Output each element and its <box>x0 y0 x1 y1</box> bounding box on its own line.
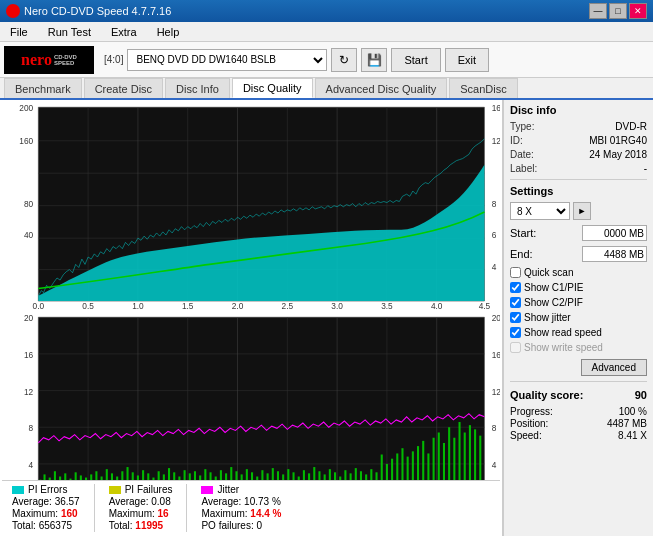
tab-benchmark[interactable]: Benchmark <box>4 78 82 98</box>
tab-create-disc[interactable]: Create Disc <box>84 78 163 98</box>
svg-rect-81 <box>178 476 180 480</box>
menu-file[interactable]: File <box>4 24 34 40</box>
svg-text:12: 12 <box>492 386 500 396</box>
svg-rect-114 <box>350 473 352 480</box>
show-jitter-checkbox[interactable] <box>510 312 521 323</box>
close-button[interactable]: ✕ <box>629 3 647 19</box>
svg-rect-132 <box>443 442 445 480</box>
svg-rect-77 <box>158 471 160 480</box>
svg-text:40: 40 <box>24 230 34 240</box>
svg-rect-78 <box>163 474 165 480</box>
position-row: Position: 4487 MB <box>510 418 647 429</box>
label-label: Label: <box>510 163 537 174</box>
tab-advanced-disc-quality[interactable]: Advanced Disc Quality <box>315 78 448 98</box>
menu-run-test[interactable]: Run Test <box>42 24 97 40</box>
advanced-button[interactable]: Advanced <box>581 359 647 376</box>
tab-scan-disc[interactable]: ScanDisc <box>449 78 517 98</box>
svg-text:20: 20 <box>492 313 500 323</box>
pi-avg-value: 36.57 <box>55 496 80 507</box>
tab-disc-quality[interactable]: Disc Quality <box>232 78 313 98</box>
svg-rect-134 <box>453 437 455 480</box>
chart-area: 200 160 80 40 16 12 8 6 4 0.0 0.5 1.0 <box>0 100 503 536</box>
svg-rect-135 <box>459 422 461 480</box>
window-title: Nero CD-DVD Speed 4.7.7.16 <box>24 5 171 17</box>
minimize-button[interactable]: — <box>589 3 607 19</box>
svg-rect-111 <box>334 472 336 480</box>
svg-text:1.5: 1.5 <box>182 301 194 311</box>
show-jitter-row: Show jitter <box>510 312 647 323</box>
pi-total-value: 656375 <box>39 520 72 531</box>
svg-rect-109 <box>324 474 326 480</box>
label-row: Label: - <box>510 163 647 174</box>
progress-value: 100 % <box>619 406 647 417</box>
svg-rect-85 <box>199 475 201 480</box>
svg-rect-89 <box>220 470 222 480</box>
settings-title: Settings <box>510 185 647 197</box>
type-row: Type: DVD-R <box>510 121 647 132</box>
drive-select[interactable]: BENQ DVD DD DW1640 BSLB <box>127 49 327 71</box>
start-button[interactable]: Start <box>391 48 440 72</box>
id-label: ID: <box>510 135 523 146</box>
bottom-chart: 20 16 12 8 4 20 16 12 8 4 0.0 0.5 1. <box>2 312 500 481</box>
show-write-speed-checkbox[interactable] <box>510 342 521 353</box>
svg-rect-107 <box>313 467 315 480</box>
svg-text:200: 200 <box>19 103 33 113</box>
save-icon[interactable]: 💾 <box>361 48 387 72</box>
position-label: Position: <box>510 418 548 429</box>
progress-label: Progress: <box>510 406 553 417</box>
pi-errors-group: PI Errors Average: 36.57 Maximum: 160 To… <box>6 484 86 531</box>
jitter-color <box>201 486 213 494</box>
svg-text:4: 4 <box>492 262 497 272</box>
refresh-icon[interactable]: ↻ <box>331 48 357 72</box>
jitter-max-label: Maximum: <box>201 508 247 519</box>
svg-rect-57 <box>54 471 56 480</box>
menu-extra[interactable]: Extra <box>105 24 143 40</box>
svg-text:2.0: 2.0 <box>232 301 244 311</box>
speed-row: 8 X ► <box>510 202 647 220</box>
svg-text:4: 4 <box>492 460 497 470</box>
start-input[interactable] <box>582 225 647 241</box>
svg-rect-101 <box>282 474 284 480</box>
svg-text:80: 80 <box>24 199 34 209</box>
svg-rect-125 <box>407 456 409 480</box>
svg-rect-99 <box>272 468 274 480</box>
start-label: Start: <box>510 227 536 239</box>
menu-help[interactable]: Help <box>151 24 186 40</box>
tab-disc-info[interactable]: Disc Info <box>165 78 230 98</box>
drive-label: [4:0] <box>104 54 123 65</box>
svg-rect-124 <box>401 448 403 480</box>
maximize-button[interactable]: □ <box>609 3 627 19</box>
date-value: 24 May 2018 <box>589 149 647 160</box>
svg-text:8: 8 <box>492 423 497 433</box>
id-row: ID: MBI 01RG40 <box>510 135 647 146</box>
svg-text:160: 160 <box>19 136 33 146</box>
end-input[interactable] <box>582 246 647 262</box>
show-write-speed-row: Show write speed <box>510 342 647 353</box>
svg-rect-60 <box>69 478 71 480</box>
svg-rect-106 <box>308 473 310 480</box>
svg-rect-102 <box>287 469 289 480</box>
quick-scan-checkbox[interactable] <box>510 267 521 278</box>
speed-select[interactable]: 8 X <box>510 202 570 220</box>
settings-apply-btn[interactable]: ► <box>573 202 591 220</box>
po-value: 0 <box>256 520 262 531</box>
svg-rect-87 <box>210 472 212 480</box>
pi-failures-group: PI Failures Average: 0.08 Maximum: 16 To… <box>103 484 179 531</box>
svg-rect-118 <box>370 469 372 480</box>
bottom-chart-svg: 20 16 12 8 4 20 16 12 8 4 0.0 0.5 1. <box>2 312 500 481</box>
show-read-speed-checkbox[interactable] <box>510 327 521 338</box>
svg-rect-139 <box>479 435 481 480</box>
svg-rect-71 <box>127 467 129 480</box>
label-value: - <box>644 163 647 174</box>
svg-rect-122 <box>391 458 393 480</box>
pif-total-value: 11995 <box>135 520 163 531</box>
divider-1 <box>510 179 647 180</box>
pif-total-label: Total: <box>109 520 133 531</box>
svg-rect-95 <box>251 472 253 480</box>
pif-max-label: Maximum: <box>109 508 155 519</box>
show-c1pie-checkbox[interactable] <box>510 282 521 293</box>
start-row: Start: <box>510 225 647 241</box>
svg-rect-67 <box>106 469 108 480</box>
show-c2pif-checkbox[interactable] <box>510 297 521 308</box>
exit-button[interactable]: Exit <box>445 48 489 72</box>
